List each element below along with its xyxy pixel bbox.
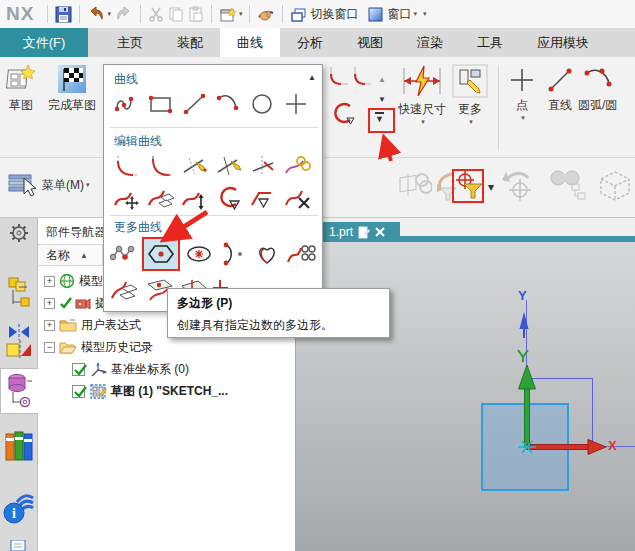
gallery-fillet-icon[interactable] xyxy=(328,66,372,88)
datum-csys-icon xyxy=(90,362,107,377)
checkbox-checked[interactable] xyxy=(72,385,85,398)
filter-caret[interactable]: ▾ xyxy=(488,180,494,194)
checkbox-checked[interactable] xyxy=(72,363,85,376)
tab-assembly[interactable]: 装配 xyxy=(160,28,220,57)
point-caret[interactable]: ▾ xyxy=(521,114,525,122)
undo-button[interactable]: ▾ xyxy=(85,4,113,24)
find-component-icon[interactable] xyxy=(548,168,588,202)
divider xyxy=(140,5,141,23)
section-divider xyxy=(110,127,318,128)
customize-qat-caret[interactable]: ▾ xyxy=(423,10,427,18)
window-dropdown-caret[interactable]: ▾ xyxy=(413,10,417,18)
trim-corner-icon[interactable] xyxy=(246,151,280,181)
fillet-icon[interactable] xyxy=(110,151,144,181)
tree-item-model-history[interactable]: − 模型历史记录 xyxy=(38,336,296,358)
quick-dimension-button[interactable]: 快速尺寸 ▾ xyxy=(398,64,446,126)
polygon-icon[interactable] xyxy=(142,237,180,271)
stretch-curve-icon[interactable] xyxy=(178,183,212,213)
join-curve-icon[interactable] xyxy=(280,151,314,181)
sketch-button[interactable]: 草图 xyxy=(6,64,36,114)
finish-sketch-label: 完成草图 xyxy=(48,97,96,114)
modified-doc-icon[interactable] xyxy=(358,226,370,239)
ellipse-icon[interactable] xyxy=(182,239,216,269)
line-icon[interactable] xyxy=(178,89,212,119)
paste-button[interactable] xyxy=(186,4,206,24)
menu-button[interactable]: 菜单(M) ▾ xyxy=(8,172,90,198)
tab-curve[interactable]: 曲线 xyxy=(220,28,280,57)
law-curve-icon[interactable] xyxy=(284,239,318,269)
line-label: 直线 xyxy=(548,97,572,114)
work-plane-icon[interactable] xyxy=(398,170,432,202)
new-window-dropdown-caret[interactable]: ▾ xyxy=(239,10,243,18)
polyline-icon[interactable] xyxy=(108,239,142,269)
gallery-expand-button[interactable]: ▼ xyxy=(375,112,384,125)
expand-icon[interactable]: + xyxy=(44,298,55,309)
resource-settings-button[interactable] xyxy=(0,223,38,243)
part-tab[interactable]: 1.prt xyxy=(322,222,400,242)
tab-home[interactable]: 主页 xyxy=(100,28,160,57)
touch-mode-button[interactable] xyxy=(255,5,277,24)
finish-sketch-button[interactable]: 完成草图 xyxy=(48,64,96,114)
panel-scroll-up-icon[interactable]: ▲ xyxy=(308,73,316,82)
tab-file[interactable]: 文件(F) xyxy=(0,28,88,57)
divider xyxy=(282,5,283,23)
new-window-button[interactable]: ▾ xyxy=(217,4,245,25)
delete-curve-icon[interactable] xyxy=(280,183,314,213)
move-curve-icon[interactable] xyxy=(110,183,144,213)
rectangle-icon[interactable] xyxy=(144,89,178,119)
more-button[interactable]: 更多 ▾ xyxy=(452,64,488,126)
tab-render[interactable]: 渲染 xyxy=(400,28,460,57)
extend-curve-icon[interactable] xyxy=(212,151,246,181)
gallery-scroll-up[interactable]: ▲ xyxy=(378,75,386,84)
svg-text:i: i xyxy=(12,506,16,521)
gallery-resize-arc-icon[interactable] xyxy=(330,101,356,127)
tree-item-datum-csys[interactable]: 基准坐标系 (0) xyxy=(38,358,296,380)
tab-application[interactable]: 应用模块 xyxy=(520,28,606,57)
unextend-curve-icon[interactable] xyxy=(246,183,280,213)
constraint-navigator-button[interactable] xyxy=(0,324,38,360)
art-spline-icon[interactable] xyxy=(250,239,284,269)
switch-window-button[interactable]: 切换窗口 xyxy=(288,4,360,25)
new-window-icon xyxy=(219,6,237,23)
line-button[interactable]: 直线 xyxy=(546,66,574,114)
tab-analysis[interactable]: 分析 xyxy=(280,28,340,57)
selection-filter-icon[interactable] xyxy=(456,171,482,199)
bridge-curve-icon[interactable] xyxy=(108,275,142,305)
quick-dimension-label: 快速尺寸 xyxy=(398,101,446,118)
arc-circle-button[interactable]: 圆弧/圆 xyxy=(578,66,617,114)
circle-icon[interactable] xyxy=(246,89,280,119)
cut-button[interactable] xyxy=(146,4,166,24)
collapse-icon[interactable]: − xyxy=(44,342,55,353)
expand-icon[interactable]: + xyxy=(44,320,55,331)
arc-icon[interactable] xyxy=(212,89,246,119)
point-button[interactable]: 点 ▾ xyxy=(508,66,536,122)
undo-selection-icon[interactable] xyxy=(502,170,536,202)
expand-icon[interactable]: + xyxy=(44,276,55,287)
close-icon[interactable] xyxy=(375,227,385,237)
redo-button[interactable] xyxy=(113,4,135,24)
tab-view[interactable]: 视图 xyxy=(340,28,400,57)
undo-dropdown-caret[interactable]: ▾ xyxy=(107,10,111,18)
point-icon[interactable] xyxy=(280,89,314,119)
window-button[interactable]: 窗口 ▾ ▾ xyxy=(366,4,428,25)
show-hide-icon[interactable] xyxy=(598,170,632,202)
chamfer-icon[interactable] xyxy=(144,151,178,181)
assembly-navigator-button[interactable] xyxy=(0,276,38,310)
reuse-library-button[interactable] xyxy=(0,430,38,462)
studio-spline-icon[interactable] xyxy=(110,89,144,119)
more-caret[interactable]: ▾ xyxy=(469,118,473,126)
internet-explorer-button[interactable]: i xyxy=(0,490,38,524)
sketch-icon xyxy=(6,64,36,94)
offset-curve-icon[interactable] xyxy=(144,183,178,213)
history-button[interactable] xyxy=(0,540,38,551)
arc-point-icon[interactable] xyxy=(216,239,250,269)
copy-button[interactable] xyxy=(166,4,186,24)
tab-tools[interactable]: 工具 xyxy=(460,28,520,57)
tree-item-sketch[interactable]: 草图 (1) "SKETCH_... xyxy=(38,380,296,402)
gallery-scroll-down[interactable]: ▼ xyxy=(378,95,386,104)
quick-dimension-caret[interactable]: ▾ xyxy=(421,118,425,126)
resize-arc-icon[interactable] xyxy=(212,183,246,213)
part-navigator-button[interactable] xyxy=(0,368,38,414)
trim-curve-icon[interactable] xyxy=(178,151,212,181)
save-button[interactable] xyxy=(53,4,74,25)
